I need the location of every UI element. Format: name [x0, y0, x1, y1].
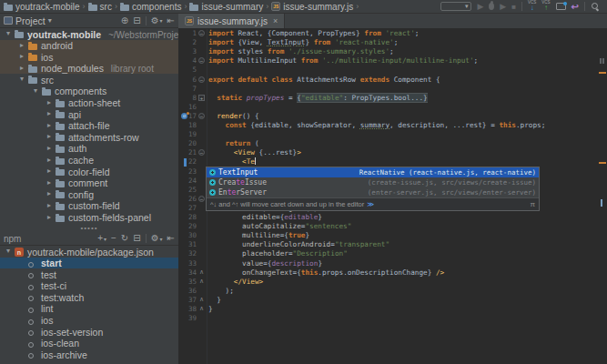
hide-panel-icon[interactable]: ⇤ — [167, 16, 175, 25]
chevron-collapsed-icon[interactable]: ▸ — [17, 41, 26, 49]
fold-end-icon[interactable]: ∧ — [198, 306, 205, 312]
npm-script-item-start[interactable]: start — [0, 258, 178, 269]
tab-issue-summary[interactable]: JS issue-summary.js × — [178, 14, 285, 28]
stripe-caret-mark[interactable] — [601, 199, 602, 207]
vcs-update-icon[interactable]: VCS↓ — [528, 1, 536, 12]
stripe-error-mark[interactable] — [599, 72, 606, 74]
collapse-all-icon[interactable]: ⊟ — [133, 16, 140, 25]
project-tool-window-header[interactable]: Project ▾ ⊕⊟⚙▾⇤ — [0, 14, 178, 28]
npm-script-item-youtrack-mobile-package-json[interactable]: ▾nyoutrack-mobile/package.json — [0, 246, 178, 258]
stop-icon[interactable]: ■ — [511, 3, 516, 11]
chevron-collapsed-icon[interactable]: ▸ — [45, 189, 54, 197]
debug-icon[interactable] — [489, 3, 494, 10]
project-item-custom-field[interactable]: ▸custom-field — [0, 200, 178, 212]
run-icon[interactable]: ▶ — [477, 2, 483, 11]
chevron-down-icon[interactable]: ▾ — [48, 16, 52, 25]
chevron-collapsed-icon[interactable]: ▸ — [17, 64, 26, 72]
close-icon[interactable]: × — [273, 16, 278, 25]
fold-collapse-icon[interactable]: − — [198, 113, 205, 119]
chevron-expanded-icon[interactable]: ▾ — [4, 247, 13, 255]
line-number: 28 — [178, 213, 197, 222]
collapse-all-icon[interactable]: ⊟ — [133, 234, 140, 243]
chevron-collapsed-icon[interactable]: ▸ — [45, 201, 54, 209]
project-item-android[interactable]: ▸android — [0, 40, 178, 52]
fold-end-icon[interactable]: ∧ — [198, 269, 205, 276]
chevron-collapsed-icon[interactable]: ▸ — [45, 109, 54, 117]
npm-panel-header[interactable]: npm +▾−↻⊟⚙▾⇤ — [0, 232, 178, 246]
diff-preview-icon[interactable] — [556, 3, 566, 10]
npm-script-item-ios-archive[interactable]: ios-archive — [0, 349, 178, 360]
chevron-collapsed-icon[interactable]: ▸ — [45, 167, 54, 175]
project-item-components[interactable]: ▾components — [0, 86, 178, 97]
completion-item[interactable]: TextInputReactNative (react-native.js, r… — [207, 167, 539, 177]
project-item-node-modules[interactable]: ▸node_modules library root — [0, 63, 178, 75]
settings-icon[interactable]: ⚙▾ — [151, 234, 163, 243]
fold-end-icon[interactable]: ∧ — [198, 278, 205, 285]
collapse-all-icon-glyph: ⊟ — [133, 234, 140, 243]
fold-end-icon[interactable]: ∧ — [198, 297, 205, 303]
locate-file-icon[interactable]: ⊕ — [121, 16, 128, 25]
npm-script-item-ios-clean[interactable]: ios-clean — [0, 338, 178, 349]
breadcrumb-item-issue-summary[interactable]: issue-summary — [189, 2, 263, 12]
project-item-action-sheet[interactable]: ▸action-sheet — [0, 97, 178, 109]
project-item-ios[interactable]: ▸ios — [0, 51, 178, 63]
chevron-collapsed-icon[interactable]: ▸ — [45, 98, 54, 106]
chevron-collapsed-icon[interactable]: ▸ — [45, 144, 54, 152]
project-item-auth[interactable]: ▸auth — [0, 143, 178, 155]
fold-collapse-icon[interactable]: − — [198, 57, 205, 64]
search-everywhere-icon[interactable] — [591, 2, 600, 11]
fold-collapse-icon[interactable]: − — [198, 196, 205, 202]
npm-script-item-lint[interactable]: lint — [0, 303, 178, 315]
chevron-expanded-icon[interactable]: ▾ — [17, 75, 26, 83]
npm-script-item-test-watch[interactable]: test:watch — [0, 291, 178, 303]
project-item-src[interactable]: ▾src — [0, 74, 178, 86]
fold-collapse-icon[interactable]: − — [198, 76, 205, 83]
project-item-config[interactable]: ▸config — [0, 188, 178, 200]
chevron-collapsed-icon[interactable]: ▸ — [45, 178, 54, 187]
code-token — [208, 259, 242, 268]
npm-script-item-ios-set-version[interactable]: ios-set-version — [0, 326, 178, 338]
fold-expand-icon[interactable]: + — [198, 95, 205, 101]
chevron-collapsed-icon[interactable]: ▸ — [45, 132, 54, 140]
breadcrumb-item-components[interactable]: components — [120, 2, 181, 12]
breadcrumb-item-issue-summary.js[interactable]: JSissue-summary.js — [271, 2, 353, 12]
project-item-attachments-row[interactable]: ▸attachments-row — [0, 131, 178, 143]
run-config-combo[interactable]: ▾ — [440, 2, 471, 11]
rollback-icon[interactable]: ↩ — [572, 2, 579, 12]
fold-collapse-icon[interactable]: − — [198, 30, 205, 36]
fold-collapse-icon[interactable]: − — [198, 149, 205, 156]
settings-icon[interactable]: ⚙▾ — [151, 16, 163, 25]
stripe-error-mark[interactable] — [599, 162, 606, 164]
chevron-collapsed-icon[interactable]: ▸ — [45, 121, 54, 129]
project-item-youtrack-mobile[interactable]: ▾youtrack-mobile ~/WebstormProjects/ — [0, 28, 178, 40]
add-icon[interactable]: +▾ — [97, 234, 106, 243]
editor-scrollbar-stripe[interactable] — [598, 28, 607, 364]
reload-scripts-icon[interactable]: ↻ — [121, 234, 128, 243]
chevron-collapsed-icon[interactable]: ▸ — [45, 213, 54, 221]
hide-panel-icon[interactable]: ⇤ — [167, 234, 175, 243]
panel-splitter[interactable]: ••••• — [0, 226, 179, 232]
npm-script-item-ios[interactable]: ios — [0, 315, 178, 327]
project-item-api[interactable]: ▸api — [0, 108, 178, 120]
completion-item[interactable]: EnterServer(enter-server.js, src/views/e… — [207, 187, 539, 197]
remove-icon[interactable]: − — [111, 234, 116, 243]
code-token: AttachmentsRow — [293, 76, 360, 84]
chevron-expanded-icon[interactable]: ▾ — [31, 86, 40, 95]
project-item-custom-fields-panel[interactable]: ▸custom-fields-panel — [0, 212, 178, 224]
project-item-comment[interactable]: ▸comment — [0, 177, 178, 189]
code-token: editable — [242, 213, 276, 221]
chevron-collapsed-icon[interactable]: ▸ — [45, 156, 54, 164]
project-item-cache[interactable]: ▸cache — [0, 155, 178, 167]
breadcrumb-item-src[interactable]: src — [88, 2, 112, 12]
project-item-attach-file[interactable]: ▸attach-file — [0, 120, 178, 132]
vcs-commit-icon[interactable]: VCS↑ — [541, 1, 550, 12]
completion-item[interactable]: CreateIssue(create-issue.js, src/views/c… — [207, 177, 539, 187]
project-item-color-field[interactable]: ▸color-field — [0, 166, 178, 177]
chevron-expanded-icon[interactable]: ▾ — [4, 29, 13, 37]
run-coverage-icon[interactable]: ▶ — [500, 2, 506, 11]
completion-hint-link[interactable]: ≫ — [367, 200, 374, 208]
chevron-collapsed-icon[interactable]: ▸ — [17, 52, 26, 60]
npm-script-item-test[interactable]: test — [0, 268, 178, 280]
breadcrumb-item-youtrack-mobile[interactable]: youtrack-mobile — [4, 2, 80, 12]
npm-script-item-test-ci[interactable]: test-ci — [0, 280, 178, 292]
